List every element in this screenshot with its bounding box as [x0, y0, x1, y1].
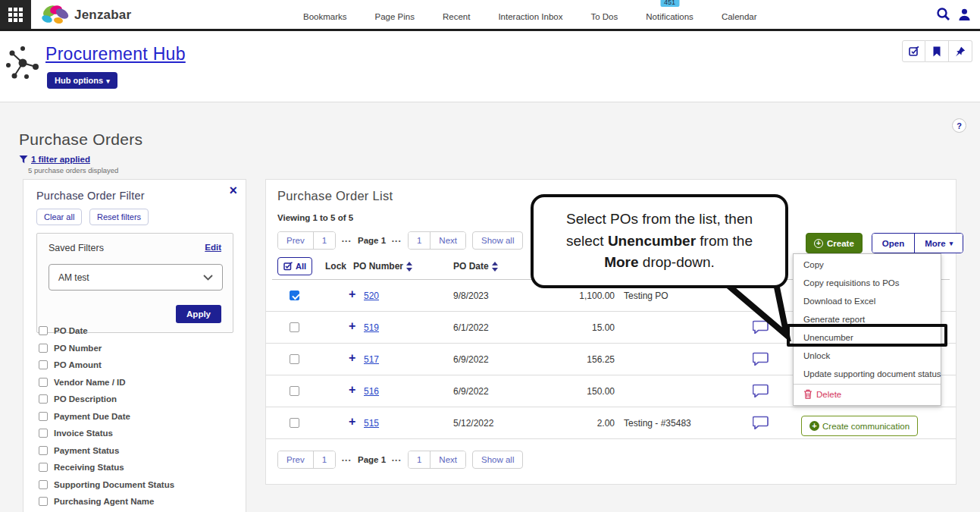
create-communication-button[interactable]: + Create communication	[801, 416, 918, 436]
checkbox[interactable]	[39, 480, 48, 489]
purchase-order-filter-panel: Purchase Order Filter × Clear all Reset …	[23, 179, 246, 512]
checkbox[interactable]	[39, 344, 48, 353]
nav-item-bookmarks[interactable]: Bookmarks	[303, 8, 347, 21]
trash-icon	[803, 389, 812, 400]
page-1-button[interactable]: 1	[409, 451, 430, 468]
pin-button[interactable]	[949, 40, 972, 62]
hub-header: Procurement Hub Hub options▾	[0, 31, 980, 102]
nav-label: Recent	[443, 12, 470, 21]
po-number-link[interactable]: 520	[364, 291, 379, 301]
nav-item-interaction-inbox[interactable]: Interaction Inbox	[498, 8, 562, 21]
menu-item-update-supporting-document-status[interactable]: Update supporting document status	[794, 365, 941, 383]
po-number-link[interactable]: 519	[364, 322, 379, 333]
comment-bubble-icon[interactable]	[753, 320, 769, 337]
page-1-button[interactable]: 1	[409, 232, 430, 249]
sort-icon	[492, 262, 498, 272]
row-checkbox[interactable]	[290, 418, 299, 428]
menu-item-copy[interactable]: Copy	[794, 256, 941, 274]
nav-label: Notifications	[646, 12, 694, 21]
expand-plus-icon[interactable]: +	[349, 384, 355, 396]
row-checkbox[interactable]	[290, 354, 299, 364]
page-1-button[interactable]: 1	[313, 232, 335, 249]
menu-item-label: Update supporting document status	[803, 369, 941, 379]
select-all-button[interactable]: All	[277, 257, 312, 275]
expand-plus-icon[interactable]: +	[349, 416, 355, 428]
more-button[interactable]: More ▾	[914, 234, 963, 253]
page-1-button[interactable]: 1	[313, 451, 335, 468]
nav-item-page-pins[interactable]: Page Pins	[375, 8, 415, 21]
filter-applied-link[interactable]: 1 filter applied	[31, 155, 90, 164]
checkbox[interactable]	[39, 412, 48, 421]
checkbox[interactable]	[39, 394, 48, 404]
row-checkbox[interactable]	[290, 322, 299, 332]
show-all-button[interactable]: Show all	[472, 231, 523, 250]
hub-title-link[interactable]: Procurement Hub	[45, 44, 186, 64]
menu-item-delete[interactable]: Delete	[794, 385, 941, 404]
chevron-down-icon	[203, 275, 213, 281]
expand-plus-icon[interactable]: +	[349, 352, 355, 364]
po-number-link[interactable]: 516	[364, 386, 379, 397]
apply-button[interactable]: Apply	[176, 305, 221, 323]
comment-bubble-icon[interactable]	[753, 416, 769, 432]
create-button[interactable]: + Create	[806, 233, 863, 253]
checkbox[interactable]	[39, 326, 48, 335]
reset-filters-button[interactable]: Reset filters	[89, 209, 149, 225]
menu-item-unlock[interactable]: Unlock	[794, 347, 941, 365]
jenzabar-logo[interactable]: Jenzabar	[40, 2, 131, 28]
show-all-button[interactable]: Show all	[472, 451, 523, 469]
checkbox[interactable]	[39, 378, 48, 387]
comment-bubble-icon[interactable]	[753, 384, 769, 400]
search-icon[interactable]	[936, 7, 950, 21]
po-number-link[interactable]: 515	[364, 418, 379, 429]
tasks-button[interactable]	[902, 40, 925, 62]
hub-options-button[interactable]: Hub options▾	[47, 72, 117, 89]
po-amount-value: 2.00	[539, 418, 615, 429]
nav-item-recent[interactable]: Recent	[443, 8, 470, 21]
close-icon[interactable]: ×	[229, 183, 237, 199]
checkbox[interactable]	[39, 497, 48, 506]
checkbox[interactable]	[39, 360, 48, 369]
po-description-value: Testing - #35483	[624, 418, 691, 429]
pagination-top: Prev 1 ••• Page 1 ••• 1 Next Show all	[277, 231, 523, 250]
user-icon[interactable]	[958, 8, 971, 21]
column-header-lock: Lock	[325, 261, 346, 272]
app-menu-button[interactable]	[0, 0, 31, 29]
task-check-icon	[909, 46, 919, 57]
next-button[interactable]: Next	[430, 232, 465, 249]
prev-button[interactable]: Prev	[278, 451, 313, 468]
menu-item-generate-report[interactable]: Generate report	[794, 310, 941, 328]
bookmark-button[interactable]	[925, 40, 949, 62]
nav-item-notifications[interactable]: 451Notifications	[646, 8, 694, 21]
menu-item-unencumber[interactable]: Unencumber	[794, 328, 941, 347]
row-checkbox[interactable]	[290, 386, 299, 396]
callout-segment: from the	[696, 233, 753, 249]
open-button[interactable]: Open	[872, 234, 914, 253]
menu-item-label: Download to Excel	[803, 297, 875, 306]
menu-item-copy-requisitions-to-pos[interactable]: Copy requisitions to POs	[794, 274, 941, 292]
expand-plus-icon[interactable]: +	[349, 288, 355, 300]
brand-name: Jenzabar	[74, 8, 131, 23]
next-button[interactable]: Next	[430, 451, 465, 468]
checkbox[interactable]	[39, 429, 48, 438]
column-header-po-number[interactable]: PO Number	[353, 261, 412, 272]
nav-item-to-dos[interactable]: To Dos	[590, 8, 618, 21]
clear-all-button[interactable]: Clear all	[36, 209, 82, 225]
help-button[interactable]: ?	[952, 118, 966, 133]
saved-filter-select[interactable]: AM test	[49, 264, 223, 291]
po-number-link[interactable]: 517	[364, 354, 379, 365]
checkbox[interactable]	[39, 463, 48, 472]
column-header-po-date[interactable]: PO Date	[453, 261, 498, 272]
nav-item-calendar[interactable]: Calendar	[722, 8, 757, 21]
comment-bubble-icon[interactable]	[753, 352, 769, 369]
edit-saved-filters-link[interactable]: Edit	[205, 243, 221, 252]
row-checkbox[interactable]	[290, 291, 299, 300]
menu-item-download-to-excel[interactable]: Download to Excel	[794, 292, 941, 310]
butterfly-logo-icon	[40, 2, 70, 28]
checkbox[interactable]	[39, 446, 48, 455]
hub-icon	[5, 43, 41, 83]
page-title: Purchase Orders	[19, 130, 142, 149]
expand-plus-icon[interactable]: +	[349, 320, 355, 332]
comment-bubble-icon[interactable]	[753, 288, 769, 305]
prev-button[interactable]: Prev	[278, 232, 313, 249]
list-title: Purchase Order List	[277, 189, 393, 203]
